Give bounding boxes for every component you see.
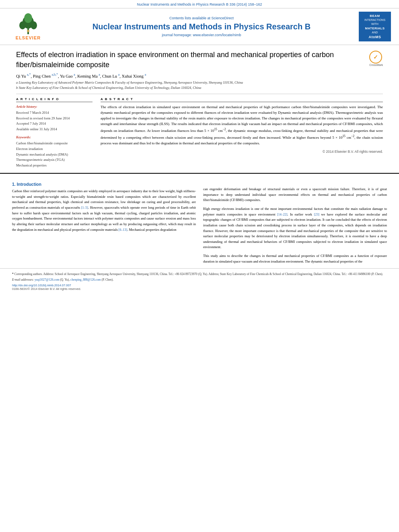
- intro-para3: High energy electrons irradiation is one…: [203, 206, 387, 250]
- svg-point-4: [24, 13, 32, 23]
- keyword-4: Thermogravimetric analysis (TGA): [16, 157, 93, 163]
- abstract-label: A B S T R A C T: [101, 97, 383, 102]
- article-info-col: A R T I C L E I N F O Article history: R…: [16, 97, 93, 168]
- elsevier-logo: ELSEVIER: [8, 13, 48, 40]
- divider: [16, 94, 383, 94]
- received-date: Received 7 March 2014: [16, 110, 93, 116]
- article-info-abstract: A R T I C L E I N F O Article history: R…: [16, 97, 383, 168]
- beam-line1: BEAM: [360, 14, 389, 18]
- issn-line: 0168-583X/© 2014 Elsevier B.V. All right…: [12, 287, 387, 291]
- crossmark-icon[interactable]: ✓: [369, 51, 382, 64]
- main-left: 1. Introduction Carbon fiber reinforced …: [12, 179, 196, 264]
- affiliations: a Liaoning Key Laboratory of Advanced Po…: [16, 80, 383, 90]
- journal-url[interactable]: www.elsevier.com/locate/nimb: [193, 33, 241, 37]
- sciencedirect-link[interactable]: ScienceDirect: [212, 16, 234, 20]
- abstract-text: The effects of electron irradiation in s…: [101, 105, 383, 146]
- affil-a: a Liaoning Key Laboratory of Advanced Po…: [16, 80, 383, 85]
- available-date: Available online 31 July 2014: [16, 127, 93, 132]
- article-title: Effects of electron irradiation in space…: [16, 50, 383, 70]
- footnote-star: * Corresponding authors. Address: School…: [12, 272, 387, 277]
- beam-line4: MATERIALS: [360, 26, 389, 31]
- article-history-label: Article history:: [16, 105, 93, 109]
- header-left: ELSEVIER: [8, 13, 48, 40]
- keywords-label: Keywords:: [16, 135, 93, 139]
- email-ping[interactable]: chenping_888@126.com: [70, 278, 101, 281]
- intro-heading: 1. Introduction: [12, 182, 196, 187]
- crossmark-symbol: ✓: [373, 54, 378, 61]
- beam-line6: AtoMS: [360, 35, 389, 40]
- article-info-label: A R T I C L E I N F O: [16, 97, 93, 102]
- journal-title: Nuclear Instruments and Methods in Physi…: [52, 22, 351, 31]
- intro-para1: Carbon fiber reinforced polymer matrix c…: [12, 189, 196, 232]
- crossmark[interactable]: ✓ CrossMark: [369, 51, 383, 66]
- header-banner: ELSEVIER Contents lists available at Sci…: [0, 8, 399, 45]
- affil-b: b State Key Laboratory of Fine Chemicals…: [16, 85, 383, 90]
- keyword-3: Dynamic mechanical analysis (DMA): [16, 152, 93, 158]
- svg-point-5: [27, 30, 29, 32]
- keyword-5: Mechanical properties: [16, 163, 93, 168]
- accepted-date: Accepted 7 July 2014: [16, 121, 93, 127]
- beam-line5: AND: [360, 31, 389, 35]
- beam-line2: INTERACTIONS: [360, 18, 389, 22]
- beam-interactions-box: BEAM INTERACTIONS WITH MATERIALS AND Ato…: [359, 12, 391, 41]
- journal-homepage: journal homepage: www.elsevier.com/locat…: [52, 33, 351, 37]
- elsevier-tree-icon: [16, 13, 40, 35]
- top-journal-link: Nuclear Instruments and Methods in Physi…: [0, 0, 399, 8]
- elsevier-text: ELSEVIER: [16, 35, 41, 40]
- intro-para2: can engender deformation and breakage of…: [203, 187, 387, 203]
- abstract-col: A B S T R A C T The effects of electron …: [101, 97, 383, 168]
- footnote-emails: E-mail addresses: yuqi1027@126.com (Q. Y…: [12, 277, 387, 282]
- intro-para4: This study aims to describe the changes …: [203, 253, 387, 264]
- svg-point-3: [31, 21, 37, 29]
- keyword-1: Carbon fiber/bismaleimide composite: [16, 141, 93, 146]
- contents-available-text: Contents lists available at ScienceDirec…: [52, 16, 351, 20]
- email-qi[interactable]: yuqi1027@126.com: [35, 278, 59, 281]
- beam-line3: WITH: [360, 22, 389, 26]
- crossmark-label: CrossMark: [369, 64, 383, 66]
- main-right: can engender deformation and breakage of…: [203, 179, 387, 264]
- svg-point-2: [19, 21, 26, 29]
- journal-reference-link[interactable]: Nuclear Instruments and Methods in Physi…: [137, 2, 262, 6]
- header-right: BEAM INTERACTIONS WITH MATERIALS AND Ato…: [355, 12, 391, 41]
- authors-line: Qi Yu a,*, Ping Chen a,b,*, Yu Gao a, Ke…: [16, 73, 383, 78]
- page-wrapper: Nuclear Instruments and Methods in Physi…: [0, 0, 399, 291]
- article-area: ✓ CrossMark Effects of electron irradiat…: [0, 45, 399, 174]
- footnote-area: * Corresponding authors. Address: School…: [0, 268, 399, 291]
- revised-date: Received in revised form 29 June 2014: [16, 116, 93, 121]
- copyright-line: © 2014 Elsevier B.V. All rights reserved…: [101, 150, 383, 154]
- main-content: 1. Introduction Carbon fiber reinforced …: [0, 174, 399, 264]
- header-center: Contents lists available at ScienceDirec…: [48, 16, 355, 37]
- keyword-2: Electron irradiation: [16, 146, 93, 152]
- doi-link[interactable]: http://dx.doi.org/10.1016/j.nimb.2014.07…: [12, 283, 387, 287]
